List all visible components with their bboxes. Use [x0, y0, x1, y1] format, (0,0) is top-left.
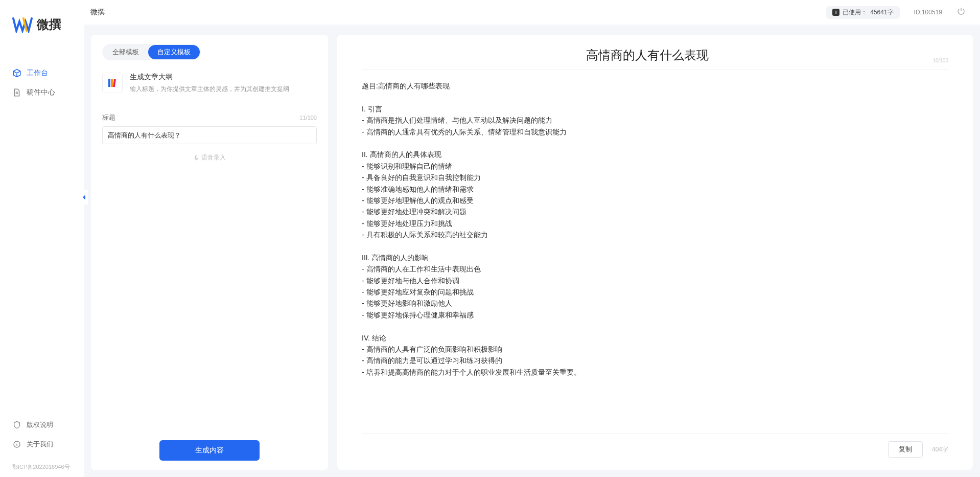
info-icon — [12, 440, 21, 449]
user-id: ID:100519 — [914, 9, 942, 16]
field-header: 标题 11/100 — [102, 113, 317, 122]
nav-copyright[interactable]: 版权说明 — [0, 415, 84, 435]
template-tabs: 全部模板 自定义模板 — [102, 44, 201, 60]
svg-rect-4 — [196, 155, 197, 158]
icp-text: 鄂ICP备2022016946号 — [0, 459, 84, 477]
document-icon — [12, 88, 21, 97]
title-input[interactable] — [102, 126, 317, 144]
char-count: 404字 — [932, 445, 948, 454]
power-icon[interactable] — [956, 7, 966, 18]
main: 全部模板 自定义模板 生成文章大纲 输入标题，为你提供文章主体的灵感，并为其创建… — [91, 35, 973, 470]
voice-input-button[interactable]: 语音录入 — [102, 144, 317, 171]
topbar-right: T 已使用： 45641字 ID:100519 — [826, 6, 966, 19]
nav-label: 稿件中心 — [27, 88, 55, 97]
template-info: 生成文章大纲 输入标题，为你提供文章主体的灵感，并为其创建推文提纲 — [130, 73, 289, 94]
right-panel: 高情商的人有什么表现 10/100 题目:高情商的人有哪些表现 I. 引言 - … — [337, 35, 973, 470]
generate-button[interactable]: 生成内容 — [159, 440, 260, 461]
nav-label: 版权说明 — [27, 420, 53, 429]
books-icon — [102, 73, 123, 93]
topbar: 微撰 T 已使用： 45641字 ID:100519 — [84, 0, 980, 25]
nav-label: 关于我们 — [27, 440, 53, 449]
usage-pill[interactable]: T 已使用： 45641字 — [826, 6, 899, 19]
spacer — [102, 171, 317, 440]
copy-button[interactable]: 复制 — [888, 441, 923, 458]
sidebar: 微撰 工作台 稿件中心 版权说明 关于我们 鄂ICP备 — [0, 0, 84, 477]
page-title: 微撰 — [90, 8, 105, 17]
template-card: 生成文章大纲 输入标题，为你提供文章主体的灵感，并为其创建推文提纲 — [102, 60, 317, 102]
nav-main: 工作台 稿件中心 — [0, 43, 84, 415]
logo-text: 微撰 — [37, 16, 61, 33]
logo: 微撰 — [0, 0, 84, 43]
microphone-icon — [193, 155, 199, 161]
cube-icon — [12, 69, 21, 78]
doc-body[interactable]: 题目:高情商的人有哪些表现 I. 引言 - 高情商是指人们处理情绪、与他人互动以… — [362, 70, 948, 434]
usage-value: 45641字 — [870, 8, 893, 17]
voice-hint: 语音录入 — [201, 153, 226, 162]
text-badge-icon: T — [832, 9, 839, 16]
usage-prefix: 已使用： — [843, 8, 867, 17]
svg-rect-1 — [108, 79, 110, 87]
nav-bottom: 版权说明 关于我们 — [0, 415, 84, 459]
field-label: 标题 — [102, 113, 115, 122]
shield-icon — [12, 420, 21, 429]
svg-rect-2 — [111, 79, 113, 87]
left-panel: 全部模板 自定义模板 生成文章大纲 输入标题，为你提供文章主体的灵感，并为其创建… — [91, 35, 328, 470]
doc-title-row: 高情商的人有什么表现 10/100 — [362, 47, 948, 70]
chevron-left-icon — [82, 194, 87, 201]
sidebar-collapse[interactable] — [81, 190, 88, 205]
logo-icon — [12, 16, 33, 33]
template-title: 生成文章大纲 — [130, 73, 289, 82]
doc-footer: 复制 404字 — [362, 434, 948, 458]
nav-drafts[interactable]: 稿件中心 — [0, 83, 84, 102]
doc-title[interactable]: 高情商的人有什么表现 — [362, 47, 932, 63]
nav-label: 工作台 — [27, 69, 48, 78]
field-count: 11/100 — [299, 115, 317, 121]
tab-custom-template[interactable]: 自定义模板 — [148, 45, 200, 59]
template-desc: 输入标题，为你提供文章主体的灵感，并为其创建推文提纲 — [130, 85, 289, 94]
nav-about[interactable]: 关于我们 — [0, 435, 84, 454]
tab-all-templates[interactable]: 全部模板 — [103, 45, 148, 59]
nav-workbench[interactable]: 工作台 — [0, 63, 84, 83]
svg-rect-3 — [113, 79, 116, 87]
doc-title-count: 10/100 — [932, 58, 948, 63]
